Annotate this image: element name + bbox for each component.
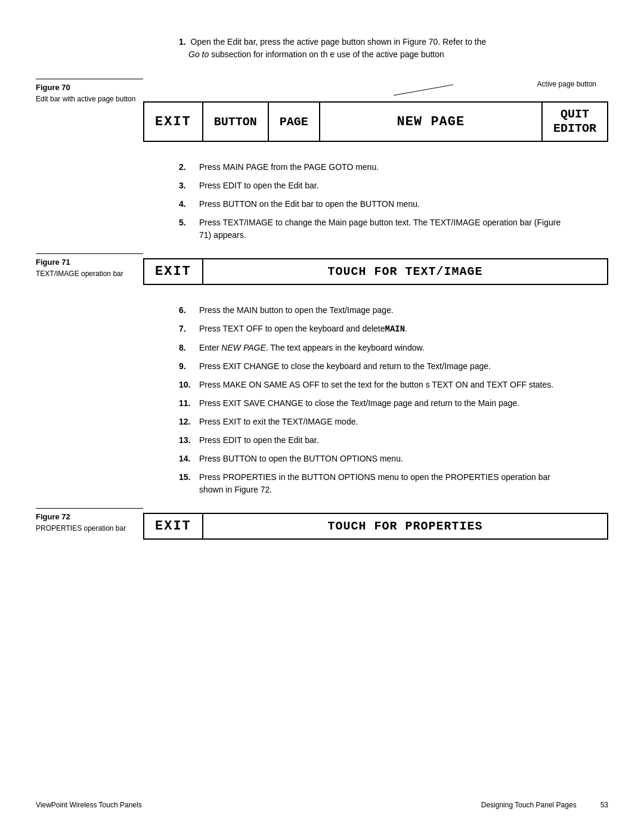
edit-bar-exit[interactable]: EXIT	[144, 103, 203, 141]
step-5-text: Press TEXT/IMAGE to change the Main page…	[199, 216, 572, 241]
step-11-text: Press EXIT SAVE CHANGE to close the Text…	[199, 397, 572, 410]
svg-line-0	[394, 85, 453, 95]
figure70-section: Figure 70 Edit bar with active page butt…	[36, 79, 608, 147]
edit-bar-page[interactable]: PAGE	[269, 103, 320, 141]
figure72-bar: EXIT Touch for PROPERTIES	[143, 513, 608, 540]
step-15: 15. Press PROPERTIES in the BUTTON OPTIO…	[179, 471, 572, 496]
figure72-touch[interactable]: Touch for PROPERTIES	[203, 514, 607, 538]
step-10-text: Press MAKE ON SAME AS OFF to set the tex…	[199, 379, 572, 391]
figure72-desc: PROPERTIES operation bar	[36, 524, 143, 534]
step-13: 13. Press EDIT to open the Edit bar.	[179, 434, 572, 447]
step-8: 8. Enter NEW PAGE. The text appears in t…	[179, 342, 572, 354]
steps-2-section: 6. Press the MAIN button to open the Tex…	[179, 304, 572, 496]
step-9-text: Press EXIT CHANGE to close the keyboard …	[199, 360, 572, 373]
step-8-num: 8.	[179, 342, 196, 354]
figure72-section: Figure 72 PROPERTIES operation bar EXIT …	[36, 508, 608, 544]
step-11: 11. Press EXIT SAVE CHANGE to close the …	[179, 397, 572, 410]
step-3: 3. Press EDIT to open the Edit bar.	[179, 179, 572, 192]
step-4-num: 4.	[179, 198, 196, 210]
step-5-num: 5.	[179, 216, 196, 241]
figure70-label-block: Figure 70 Edit bar with active page butt…	[36, 79, 143, 104]
edit-bar-new-page[interactable]: NEW PAGE	[320, 103, 543, 141]
figure71-section: Figure 71 TEXT/IMAGE operation bar EXIT …	[36, 253, 608, 290]
step-1-num: 1.	[179, 37, 186, 47]
step-7-num: 7.	[179, 323, 196, 336]
intro-italic: Go to	[188, 49, 209, 59]
step-2-num: 2.	[179, 161, 196, 174]
step-7: 7. Press TEXT OFF to open the keyboard a…	[179, 323, 572, 336]
step-8-text: Enter NEW PAGE. The text appears in the …	[199, 342, 572, 354]
step-10: 10. Press MAKE ON SAME AS OFF to set the…	[179, 379, 572, 391]
figure70-divider	[36, 79, 143, 79]
figure70-annotation-svg	[143, 79, 608, 97]
step-11-num: 11.	[179, 397, 196, 410]
edit-bar-button[interactable]: BUTTON	[203, 103, 269, 141]
figure71-divider	[36, 253, 143, 254]
figure72-exit[interactable]: EXIT	[144, 514, 203, 538]
figure70-desc: Edit bar with active page button	[36, 94, 143, 104]
figure71-exit[interactable]: EXIT	[144, 259, 203, 284]
figure71-desc: TEXT/IMAGE operation bar	[36, 269, 143, 279]
step-14: 14. Press BUTTON to open the BUTTON OPTI…	[179, 453, 572, 465]
step-12-num: 12.	[179, 416, 196, 428]
step-10-num: 10.	[179, 379, 196, 391]
figure70-title: Figure 70	[36, 83, 143, 92]
figure72-label-block: Figure 72 PROPERTIES operation bar	[36, 508, 143, 534]
figure71-title: Figure 71	[36, 258, 143, 267]
step-14-text: Press BUTTON to open the BUTTON OPTIONS …	[199, 453, 572, 465]
figure71-touch[interactable]: Touch for TEXT/IMAGE	[203, 259, 607, 284]
intro-text2: subsection for information on th e use o…	[211, 49, 444, 59]
step-12: 12. Press EXIT to exit the TEXT/IMAGE mo…	[179, 416, 572, 428]
step-2: 2. Press MAIN PAGE from the PAGE GOTO me…	[179, 161, 572, 174]
step-3-num: 3.	[179, 179, 196, 192]
steps-1-section: 2. Press MAIN PAGE from the PAGE GOTO me…	[179, 161, 572, 241]
step-6-text: Press the MAIN button to open the Text/I…	[199, 304, 572, 317]
step-4-text: Press BUTTON on the Edit bar to open the…	[199, 198, 572, 210]
footer-left-text: ViewPoint Wireless Touch Panels	[36, 801, 142, 809]
step-14-num: 14.	[179, 453, 196, 465]
page-footer: ViewPoint Wireless Touch Panels Designin…	[36, 801, 608, 809]
page-container: 1. Open the Edit bar, press the active p…	[0, 0, 644, 833]
step-9-num: 9.	[179, 360, 196, 373]
figure72-divider	[36, 508, 143, 509]
figure71-content: EXIT Touch for TEXT/IMAGE	[143, 253, 608, 290]
step-15-text: Press PROPERTIES in the BUTTON OPTIONS m…	[199, 471, 572, 496]
figure70-content: Active page button EXIT BUTTON PAGE NEW …	[143, 79, 608, 147]
figure70-annotation-container: Active page button	[143, 79, 608, 97]
intro-text: 1. Open the Edit bar, press the active p…	[179, 36, 572, 61]
step-12-text: Press EXIT to exit the TEXT/IMAGE mode.	[199, 416, 572, 428]
intro-section: 1. Open the Edit bar, press the active p…	[179, 36, 572, 61]
step-3-text: Press EDIT to open the Edit bar.	[199, 179, 572, 192]
steps-list-1: 2. Press MAIN PAGE from the PAGE GOTO me…	[179, 161, 572, 241]
step-2-text: Press MAIN PAGE from the PAGE GOTO menu.	[199, 161, 572, 174]
step-6-num: 6.	[179, 304, 196, 317]
figure72-title: Figure 72	[36, 512, 143, 521]
step-4: 4. Press BUTTON on the Edit bar to open …	[179, 198, 572, 210]
step-13-text: Press EDIT to open the Edit bar.	[199, 434, 572, 447]
step-5: 5. Press TEXT/IMAGE to change the Main p…	[179, 216, 572, 241]
steps-list-2: 6. Press the MAIN button to open the Tex…	[179, 304, 572, 496]
footer-right: Designing Touch Panel Pages 53	[481, 801, 608, 809]
footer-center-text: Designing Touch Panel Pages	[481, 801, 577, 809]
figure72-content: EXIT Touch for PROPERTIES	[143, 508, 608, 544]
figure70-edit-bar: EXIT BUTTON PAGE NEW PAGE QUITEDITOR	[143, 101, 608, 142]
footer-page-num: 53	[600, 801, 608, 809]
edit-bar-quit-editor[interactable]: QUITEDITOR	[543, 103, 607, 141]
step-6: 6. Press the MAIN button to open the Tex…	[179, 304, 572, 317]
step-9: 9. Press EXIT CHANGE to close the keyboa…	[179, 360, 572, 373]
step-15-num: 15.	[179, 471, 196, 496]
step-13-num: 13.	[179, 434, 196, 447]
step-7-text: Press TEXT OFF to open the keyboard and …	[199, 323, 572, 336]
figure71-label-block: Figure 71 TEXT/IMAGE operation bar	[36, 253, 143, 279]
intro-text-main: Open the Edit bar, press the active page…	[191, 37, 487, 47]
figure71-bar: EXIT Touch for TEXT/IMAGE	[143, 258, 608, 285]
